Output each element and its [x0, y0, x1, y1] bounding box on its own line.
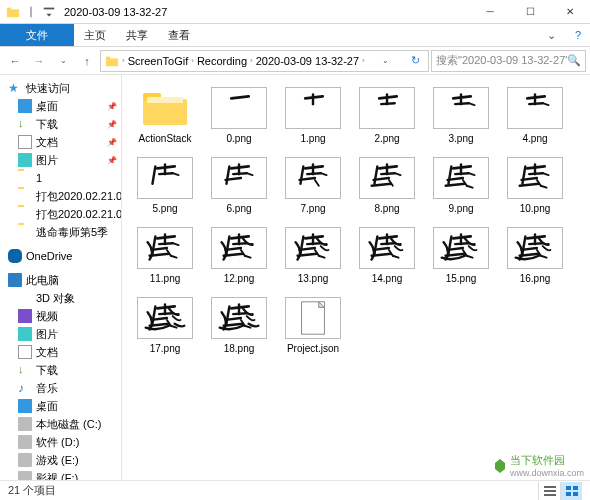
sidebar-folder[interactable]: 打包2020.02.21.02	[0, 205, 121, 223]
file-item[interactable]: 8.png	[350, 155, 424, 217]
thumbnail	[137, 157, 193, 199]
document-icon	[18, 345, 32, 359]
sidebar-3d[interactable]: 3D 对象	[0, 289, 121, 307]
sidebar-desktop[interactable]: 桌面📌	[0, 97, 121, 115]
details-view-button[interactable]	[538, 482, 560, 500]
sidebar-pictures[interactable]: 图片	[0, 325, 121, 343]
back-button[interactable]: ←	[4, 50, 26, 72]
dropdown-icon[interactable]: ⌄	[378, 56, 393, 65]
file-item[interactable]: 6.png	[202, 155, 276, 217]
search-placeholder: 搜索"2020-03-09 13-32-27"	[436, 53, 567, 68]
video-icon	[18, 309, 32, 323]
download-icon: ↓	[18, 363, 32, 377]
file-item[interactable]: 13.png	[276, 225, 350, 287]
file-item[interactable]: 17.png	[128, 295, 202, 357]
svg-rect-15	[573, 486, 578, 490]
file-item[interactable]: 11.png	[128, 225, 202, 287]
sidebar-onedrive[interactable]: OneDrive	[0, 247, 121, 265]
file-item[interactable]: 16.png	[498, 225, 572, 287]
file-item[interactable]: 9.png	[424, 155, 498, 217]
breadcrumb-part[interactable]: ScreenToGif	[128, 55, 189, 67]
sidebar-pictures[interactable]: 图片📌	[0, 151, 121, 169]
sidebar-folder[interactable]: 逃命毒师第5季	[0, 223, 121, 241]
folder-item[interactable]: ActionStack	[128, 85, 202, 147]
chevron-right-icon[interactable]: ›	[191, 56, 194, 65]
file-name: 12.png	[224, 273, 255, 285]
file-name: 14.png	[372, 273, 403, 285]
search-input[interactable]: 搜索"2020-03-09 13-32-27" 🔍	[431, 50, 586, 72]
search-icon[interactable]: 🔍	[567, 54, 581, 67]
sidebar-documents[interactable]: 文档	[0, 343, 121, 361]
forward-button[interactable]: →	[28, 50, 50, 72]
file-item[interactable]: 2.png	[350, 85, 424, 147]
sidebar-desktop[interactable]: 桌面	[0, 397, 121, 415]
file-item[interactable]: 14.png	[350, 225, 424, 287]
file-item[interactable]: 15.png	[424, 225, 498, 287]
desktop-icon	[18, 399, 32, 413]
sidebar-drive-c[interactable]: 本地磁盘 (C:)	[0, 415, 121, 433]
sidebar-quick-access[interactable]: ★快速访问	[0, 79, 121, 97]
sidebar-videos[interactable]: 视频	[0, 307, 121, 325]
breadcrumb[interactable]: › ScreenToGif › Recording › 2020-03-09 1…	[100, 50, 429, 72]
close-button[interactable]: ✕	[550, 0, 590, 24]
sidebar-documents[interactable]: 文档📌	[0, 133, 121, 151]
help-icon[interactable]: ?	[566, 24, 590, 46]
sidebar-downloads[interactable]: ↓下载	[0, 361, 121, 379]
minimize-button[interactable]: ─	[470, 0, 510, 24]
tab-view[interactable]: 查看	[158, 24, 200, 46]
sidebar-drive-d[interactable]: 软件 (D:)	[0, 433, 121, 451]
ribbon-tabs: 文件 主页 共享 查看 ⌄ ?	[0, 24, 590, 47]
file-name: 18.png	[224, 343, 255, 355]
onedrive-icon	[8, 249, 22, 263]
nav-tree[interactable]: ★快速访问 桌面📌 ↓下载📌 文档📌 图片📌 1 打包2020.02.21.01…	[0, 75, 122, 480]
sidebar-folder[interactable]: 打包2020.02.21.01	[0, 187, 121, 205]
file-item[interactable]: 5.png	[128, 155, 202, 217]
ribbon-expand-icon[interactable]: ⌄	[537, 24, 566, 46]
file-name: 5.png	[152, 203, 177, 215]
folder-icon	[105, 54, 119, 68]
file-list[interactable]: ActionStack0.png1.png2.png3.png4.png5.pn…	[122, 75, 590, 480]
sidebar-music[interactable]: ♪音乐	[0, 379, 121, 397]
file-item[interactable]: 4.png	[498, 85, 572, 147]
thumbnail	[211, 227, 267, 269]
breadcrumb-part[interactable]: Recording	[197, 55, 247, 67]
sidebar-this-pc[interactable]: 此电脑	[0, 271, 121, 289]
file-item[interactable]: 12.png	[202, 225, 276, 287]
breadcrumb-part[interactable]: 2020-03-09 13-32-27	[256, 55, 359, 67]
chevron-right-icon[interactable]: ›	[362, 56, 365, 65]
file-item[interactable]: 7.png	[276, 155, 350, 217]
sidebar-downloads[interactable]: ↓下载📌	[0, 115, 121, 133]
thumbnail	[359, 157, 415, 199]
tab-share[interactable]: 共享	[116, 24, 158, 46]
thumbnail	[507, 87, 563, 129]
nav-bar: ← → ⌄ ↑ › ScreenToGif › Recording › 2020…	[0, 47, 590, 75]
file-item[interactable]: 18.png	[202, 295, 276, 357]
qat-dropdown-icon[interactable]	[42, 5, 56, 19]
icons-view-button[interactable]	[560, 482, 582, 500]
music-icon: ♪	[18, 381, 32, 395]
file-item[interactable]: Project.json	[276, 295, 350, 357]
chevron-right-icon[interactable]: ›	[122, 56, 125, 65]
up-button[interactable]: ↑	[76, 50, 98, 72]
chevron-right-icon[interactable]: ›	[250, 56, 253, 65]
recent-dropdown[interactable]: ⌄	[52, 50, 74, 72]
file-name: 4.png	[522, 133, 547, 145]
sidebar-drive-f[interactable]: 影视 (F:)	[0, 469, 121, 480]
tab-home[interactable]: 主页	[74, 24, 116, 46]
star-icon: ★	[8, 81, 22, 95]
file-name: 17.png	[150, 343, 181, 355]
pictures-icon	[18, 153, 32, 167]
svg-rect-11	[544, 486, 556, 488]
maximize-button[interactable]: ☐	[510, 0, 550, 24]
item-count: 21 个项目	[8, 483, 56, 498]
file-item[interactable]: 10.png	[498, 155, 572, 217]
file-item[interactable]: 3.png	[424, 85, 498, 147]
thumbnail	[285, 297, 341, 339]
file-item[interactable]: 0.png	[202, 85, 276, 147]
refresh-icon[interactable]: ↻	[407, 54, 424, 67]
drive-icon	[18, 471, 32, 480]
sidebar-folder[interactable]: 1	[0, 169, 121, 187]
file-item[interactable]: 1.png	[276, 85, 350, 147]
tab-file[interactable]: 文件	[0, 24, 74, 46]
sidebar-drive-e[interactable]: 游戏 (E:)	[0, 451, 121, 469]
